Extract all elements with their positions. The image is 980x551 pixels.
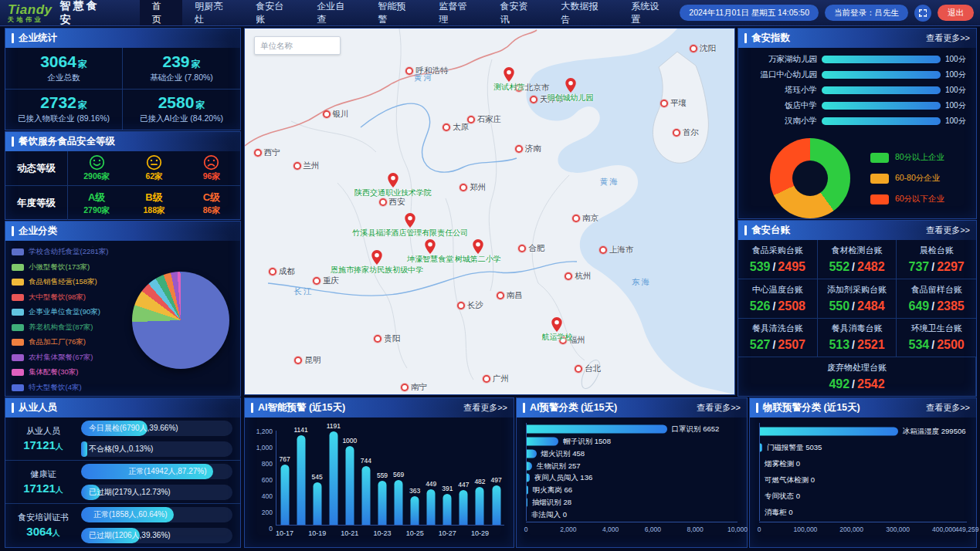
worker-total-unit: 人 [53, 529, 60, 537]
map-panel[interactable]: 沈阳呼和浩特北京市天津市平壤首尔银川石家庄太原济南西宁兰州郑州西安南京合肥上海市… [244, 28, 735, 395]
city-dot-icon [518, 245, 526, 252]
hbar-row: 烟雾检测 0 [760, 455, 967, 472]
bar-value-label: 1000 [342, 437, 357, 445]
ledger-cell: 添加剂采购台账550/2484 [818, 279, 897, 319]
ledger-values: 737/2297 [909, 260, 965, 274]
map-pin-marker[interactable]: 竹溪县福泽酒店管理有限责任公司 [405, 213, 415, 228]
pie-chart-wrap [126, 248, 236, 391]
logout-button[interactable]: 退出 [938, 5, 974, 21]
ledger-values: 649/2385 [909, 299, 965, 313]
legend-swatch [870, 174, 889, 184]
bar-slot: 1141 [293, 431, 309, 525]
hbar-row: 口罩识别 6652 [527, 423, 738, 435]
x-tick-label: 6,000 [645, 526, 661, 533]
map-pin-marker[interactable]: 明创城幼儿园 [565, 78, 576, 93]
y-tick-label: 1,200 [253, 428, 273, 435]
city-name: 西宁 [264, 147, 280, 158]
worker-bars: 今日晨检(6790人,39.66%)不合格(9人,0.13%) [81, 421, 240, 457]
view-more-link[interactable]: 查看更多>> [926, 225, 970, 236]
ledger-cell: 食品采购台账539/2495 [738, 240, 818, 279]
ledger-done-count: 649 [909, 299, 930, 313]
legend-swatch [12, 309, 24, 316]
ledger-separator: / [772, 261, 775, 273]
nav-menu-item[interactable]: 监督管理 [426, 0, 487, 25]
x-tick-label: 10-29 [471, 529, 489, 537]
hbar-row: 生物识别 257 [527, 460, 738, 472]
legend-label: 养老机构食堂(87家) [29, 323, 93, 333]
map-pin-marker[interactable]: 树城第二小学 [473, 239, 483, 254]
view-more-link[interactable]: 查看更多>> [926, 402, 970, 414]
ledger-separator: / [931, 339, 934, 351]
bar-value-label: 1191 [327, 422, 341, 430]
x-tick-label: 10,000 [727, 526, 748, 533]
worker-bar-track: 已过期(2179人,12.73%) [81, 485, 232, 500]
view-more-link[interactable]: 查看更多>> [463, 402, 507, 414]
bar-slot: 569 [391, 431, 407, 525]
index-bar-track [822, 102, 941, 110]
bar [527, 437, 558, 445]
legend-item: 集体配餐(30家) [12, 367, 126, 377]
ledger-done-count: 513 [829, 338, 849, 351]
city-dot-icon [374, 335, 381, 343]
city-name: 昆明 [304, 355, 320, 366]
stat-cell: 239家基础企业 (7.80%) [123, 48, 240, 90]
ledger-pending-count: 2508 [778, 299, 805, 313]
ledger-done-count: 526 [750, 299, 771, 313]
school-name: 饭店中学 [743, 100, 817, 111]
map-search-input[interactable] [254, 36, 341, 55]
legend-item: 农村集体聚餐(67家) [12, 353, 126, 363]
safety-level-row: 年度等级A级2790家B级188家C级86家 [5, 185, 240, 220]
map-city: 长沙 [457, 300, 483, 311]
bar [443, 494, 452, 525]
city-dot-icon [575, 365, 582, 373]
map-pin-marker[interactable]: 陕西交通职业技术学院 [388, 173, 398, 188]
panel-title: 从业人员 [19, 401, 57, 414]
view-more-link[interactable]: 查看更多>> [697, 402, 741, 414]
fullscreen-button[interactable] [914, 5, 931, 22]
level-count: 188家 [143, 205, 164, 216]
hbar-row: 帽子识别 1508 [527, 435, 738, 448]
ledger-pending-count: 2385 [937, 299, 965, 313]
map-pin-marker[interactable]: 航运学校 [551, 317, 562, 332]
bar-slot: 744 [358, 431, 374, 525]
ledger-name: 食品采购台账 [752, 245, 803, 256]
ledger-name: 晨检台账 [920, 245, 954, 256]
bar-slot: 76710-17 [276, 431, 293, 525]
map-pin-marker[interactable]: 坤濠智慧食堂 [425, 239, 436, 254]
panel-title: 餐饮服务食品安全等级 [19, 135, 115, 148]
legend-label: 特大型餐饮(4家) [29, 383, 82, 393]
ledger-pending-count: 2495 [778, 260, 805, 273]
map-pin-marker[interactable]: 恩施市捧家坊民族初级中学 [371, 250, 382, 265]
nav-menu-item[interactable]: 企业自查 [304, 0, 365, 25]
worker-group-label: 食安培训证书3064人 [5, 512, 81, 539]
nav-menu-item[interactable]: 食安台账 [243, 0, 304, 25]
nav-menu-item[interactable]: 明厨亮灶 [182, 0, 243, 25]
stat-value: 2580家 [158, 94, 205, 110]
view-more-link[interactable]: 查看更多>> [926, 32, 970, 44]
city-name: 贵阳 [384, 333, 400, 344]
nav-menu-item[interactable]: 食安资讯 [487, 0, 548, 25]
hbar-row: 烟火识别 458 [527, 448, 738, 460]
nav-menu-item[interactable]: 系统设置 [619, 0, 680, 25]
panel-header: 物联预警分类 (近15天) 查看更多>> [750, 398, 976, 417]
nav-menu-item[interactable]: 智能预警 [365, 0, 426, 25]
ledger-separator: / [852, 378, 855, 390]
legend-label: 60分以下企业 [895, 194, 944, 205]
map-pin-marker[interactable]: 测试村营 [504, 67, 514, 82]
level-item: 2906家 [68, 151, 125, 185]
panel-header: AI预警分类 (近15天) 查看更多>> [517, 398, 747, 417]
ledger-values: 527/2507 [750, 338, 805, 352]
city-dot-icon [457, 302, 465, 309]
level-item: 62家 [125, 151, 182, 185]
map-city: 太原 [443, 122, 469, 133]
city-dot-icon [443, 123, 450, 131]
map-city: 合肥 [518, 243, 544, 254]
index-score: 100分 [945, 69, 970, 80]
school-name: 塔珏小学 [743, 85, 817, 96]
nav-menu-item[interactable]: 大数据报告 [548, 0, 619, 25]
school-name: 温口中心幼儿园 [743, 69, 817, 80]
bar [527, 499, 527, 507]
safety-index-row: 汉南小学100分 [743, 116, 970, 126]
level-count: 96家 [203, 171, 220, 182]
nav-menu-item[interactable]: 首页 [140, 0, 183, 25]
